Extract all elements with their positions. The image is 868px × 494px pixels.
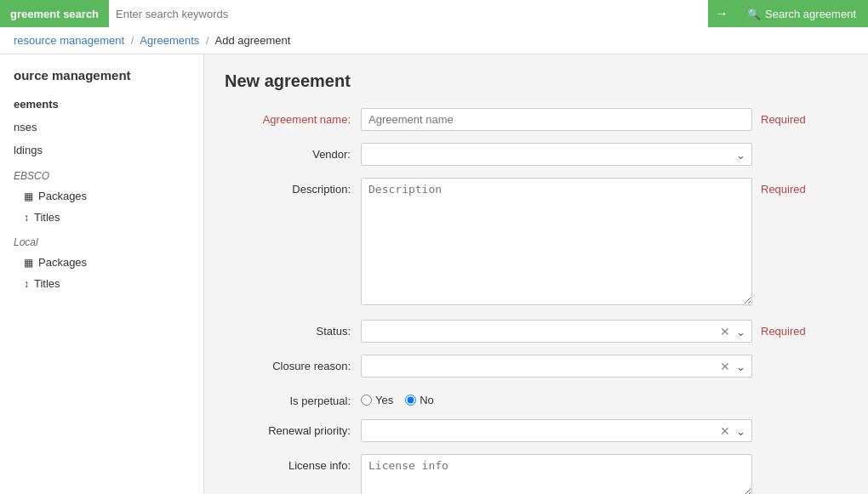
form-row-description: Description: Required [225, 178, 848, 308]
status-select[interactable] [361, 320, 752, 343]
description-label: Description: [225, 178, 361, 196]
packages-icon-local [24, 256, 33, 269]
is-perpetual-label: Is perpetual: [225, 389, 361, 407]
sidebar-item-ebsco-packages[interactable]: Packages [0, 185, 203, 207]
search-go-button[interactable]: → [708, 0, 735, 27]
license-info-field [361, 454, 752, 494]
renewal-priority-select[interactable] [361, 419, 752, 442]
renewal-priority-clearable-select: ✕ ⌄ [361, 419, 752, 442]
sidebar-item-local-packages[interactable]: Packages [0, 252, 203, 273]
breadcrumb-sep-1: / [131, 34, 134, 47]
content-area: New agreement Agreement name: Required V… [204, 54, 868, 494]
renewal-priority-clear-button[interactable]: ✕ [720, 424, 730, 438]
renewal-priority-field: ✕ ⌄ [361, 419, 752, 442]
closure-reason-clear-button[interactable]: ✕ [720, 360, 730, 373]
agreement-name-required: Required [752, 108, 806, 126]
sidebar-item-local-titles[interactable]: Titles [0, 273, 203, 294]
vendor-field: ⌄ [361, 143, 752, 166]
form-row-vendor: Vendor: ⌄ [225, 143, 848, 166]
vendor-select[interactable] [361, 143, 752, 166]
search-input[interactable] [109, 0, 708, 27]
form-row-closure-reason: Closure reason: ✕ ⌄ [225, 355, 848, 378]
search-circle-icon: 🔍 [747, 8, 761, 20]
sidebar-section-local: Local [0, 228, 203, 252]
agreement-name-label: Agreement name: [225, 108, 361, 126]
status-field: ✕ ⌄ [361, 320, 752, 343]
search-module-label: greement search [0, 0, 109, 27]
description-required: Required [752, 178, 806, 196]
closure-reason-field: ✕ ⌄ [361, 355, 752, 378]
sidebar-item-licenses[interactable]: nses [0, 116, 203, 139]
form-row-status: Status: ✕ ⌄ Required [225, 320, 848, 343]
packages-icon [24, 190, 33, 202]
sidebar-item-ebsco-titles[interactable]: Titles [0, 207, 203, 228]
sidebar: ource management eements nses ldings EBS… [0, 54, 204, 494]
form-row-renewal-priority: Renewal priority: ✕ ⌄ [225, 419, 848, 442]
is-perpetual-field: Yes No [361, 389, 752, 406]
breadcrumb: resource management / Agreements / Add a… [0, 27, 868, 54]
sidebar-section-ebsco: EBSCO [0, 162, 203, 185]
sidebar-item-agreements[interactable]: eements [0, 93, 203, 116]
is-perpetual-yes-radio[interactable] [361, 395, 372, 406]
closure-reason-select[interactable] [361, 355, 752, 378]
closure-reason-label: Closure reason: [225, 355, 361, 372]
vendor-label: Vendor: [225, 143, 361, 161]
top-search-bar: greement search → 🔍 Search agreement [0, 0, 868, 27]
search-agreement-button[interactable]: 🔍 Search agreement [735, 0, 868, 27]
closure-reason-clearable-select: ✕ ⌄ [361, 355, 752, 378]
new-agreement-form: Agreement name: Required Vendor: ⌄ [225, 108, 848, 494]
titles-icon [24, 211, 29, 224]
form-row-is-perpetual: Is perpetual: Yes No [225, 389, 848, 407]
sidebar-item-holdings[interactable]: ldings [0, 139, 203, 162]
description-textarea[interactable] [361, 178, 752, 305]
renewal-priority-label: Renewal priority: [225, 419, 361, 437]
license-info-textarea[interactable] [361, 454, 752, 494]
agreement-name-field [361, 108, 752, 131]
is-perpetual-radio-group: Yes No [361, 389, 752, 406]
is-perpetual-no-radio[interactable] [405, 395, 416, 406]
breadcrumb-sep-2: / [206, 34, 209, 47]
agreement-name-input[interactable] [361, 108, 752, 131]
arrow-icon: → [715, 6, 728, 21]
breadcrumb-link-agreements[interactable]: Agreements [140, 34, 199, 47]
titles-icon-local [24, 277, 29, 290]
status-clearable-select: ✕ ⌄ [361, 320, 752, 343]
breadcrumb-link-resource[interactable]: resource management [14, 34, 124, 47]
vendor-select-wrapper: ⌄ [361, 143, 752, 166]
license-info-label: License info: [225, 454, 361, 472]
form-row-license-info: License info: [225, 454, 848, 494]
is-perpetual-yes-label[interactable]: Yes [361, 394, 393, 406]
form-row-agreement-name: Agreement name: Required [225, 108, 848, 131]
breadcrumb-current: Add agreement [214, 34, 290, 47]
page-title: New agreement [225, 71, 848, 91]
description-field [361, 178, 752, 308]
status-label: Status: [225, 320, 361, 338]
status-required: Required [752, 320, 806, 338]
status-clear-button[interactable]: ✕ [720, 325, 730, 338]
is-perpetual-no-label[interactable]: No [405, 394, 434, 406]
main-layout: ource management eements nses ldings EBS… [0, 54, 868, 494]
sidebar-title: ource management [0, 68, 203, 93]
